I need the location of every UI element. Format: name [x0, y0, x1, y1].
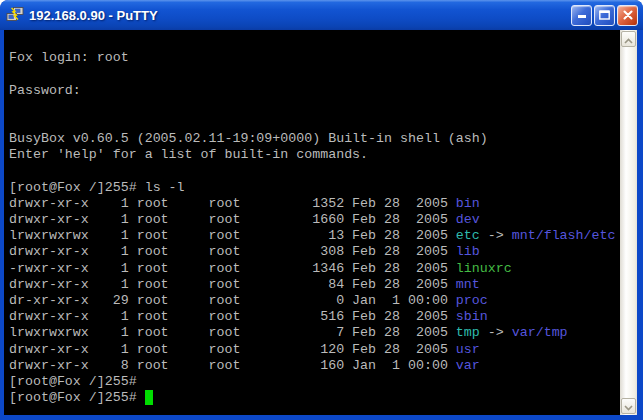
terminal-line: lrwxrwxrwx 1 root root 7 Feb 28 2005 tmp…	[9, 325, 620, 341]
scrollbar[interactable]	[620, 30, 637, 415]
terminal-text: drwxr-xr-x 1 root root 84 Feb 28 2005	[9, 277, 456, 292]
terminal-text: -rwxr-xr-x 1 root root 1346 Feb 28 2005	[9, 261, 456, 276]
terminal-line	[9, 66, 620, 82]
close-icon	[623, 6, 633, 24]
scroll-down-button[interactable]	[621, 398, 636, 414]
close-button[interactable]	[617, 5, 638, 26]
terminal-text-exec: linuxrc	[456, 261, 512, 276]
terminal-text: dr-xr-xr-x 29 root root 0 Jan 1 00:00	[9, 293, 456, 308]
terminal-line: drwxr-xr-x 1 root root 1352 Feb 28 2005 …	[9, 196, 620, 212]
terminal-text-dir: mnt/flash/etc	[512, 228, 616, 243]
chevron-up-icon	[624, 30, 633, 48]
minimize-icon	[578, 4, 586, 22]
terminal-text: Fox login: root	[9, 50, 129, 65]
terminal-line: BusyBox v0.60.5 (2005.02.11-19:09+0000) …	[9, 131, 620, 147]
terminal-text-dir: mnt	[456, 277, 480, 292]
terminal-line: Fox login: root	[9, 50, 620, 66]
terminal-line	[9, 115, 620, 131]
terminal-text: lrwxrwxrwx 1 root root 13 Feb 28 2005	[9, 228, 456, 243]
maximize-icon	[599, 6, 610, 24]
terminal-line: drwxr-xr-x 1 root root 84 Feb 28 2005 mn…	[9, 277, 620, 293]
terminal-line: drwxr-xr-x 1 root root 120 Feb 28 2005 u…	[9, 342, 620, 358]
terminal-line: [root@Fox /]255#	[9, 390, 620, 406]
terminal-text-link: tmp	[456, 325, 480, 340]
terminal-line: dr-xr-xr-x 29 root root 0 Jan 1 00:00 pr…	[9, 293, 620, 309]
terminal-line: Enter 'help' for a list of built-in comm…	[9, 147, 620, 163]
terminal-text: drwxr-xr-x 1 root root 516 Feb 28 2005	[9, 309, 456, 324]
titlebar[interactable]: 192.168.0.90 - PuTTY	[0, 0, 643, 30]
terminal-text-dir: bin	[456, 196, 480, 211]
terminal-line: lrwxrwxrwx 1 root root 13 Feb 28 2005 et…	[9, 228, 620, 244]
terminal-line: drwxr-xr-x 1 root root 1660 Feb 28 2005 …	[9, 212, 620, 228]
terminal-text-dir: var	[456, 358, 480, 373]
terminal-line: -rwxr-xr-x 1 root root 1346 Feb 28 2005 …	[9, 261, 620, 277]
terminal-text: drwxr-xr-x 1 root root 1660 Feb 28 2005	[9, 212, 456, 227]
window-controls	[571, 5, 638, 26]
terminal-text: drwxr-xr-x 1 root root 308 Feb 28 2005	[9, 244, 456, 259]
terminal-text: drwxr-xr-x 1 root root 120 Feb 28 2005	[9, 342, 456, 357]
terminal-text: [root@Fox /]255#	[9, 374, 137, 389]
terminal-text-dir: var/tmp	[512, 325, 568, 340]
putty-app-icon	[6, 7, 24, 23]
scroll-up-button[interactable]	[621, 31, 636, 47]
terminal-text: drwxr-xr-x 1 root root 1352 Feb 28 2005	[9, 196, 456, 211]
terminal-text: ->	[480, 325, 512, 340]
terminal-text: lrwxrwxrwx 1 root root 7 Feb 28 2005	[9, 325, 456, 340]
terminal-text: BusyBox v0.60.5 (2005.02.11-19:09+0000) …	[9, 131, 488, 146]
terminal-text: ->	[480, 228, 512, 243]
terminal-line: drwxr-xr-x 8 root root 160 Jan 1 00:00 v…	[9, 358, 620, 374]
terminal-line: [root@Fox /]255#	[9, 374, 620, 390]
scrollbar-track[interactable]	[620, 48, 637, 397]
window-title: 192.168.0.90 - PuTTY	[29, 8, 571, 23]
maximize-button[interactable]	[594, 5, 615, 26]
terminal-text: [root@Fox /]255#	[9, 390, 145, 405]
minimize-button[interactable]	[571, 5, 592, 26]
terminal-line: drwxr-xr-x 1 root root 516 Feb 28 2005 s…	[9, 309, 620, 325]
terminal-text-dir: lib	[456, 244, 480, 259]
terminal-text: [root@Fox /]255# ls -l	[9, 180, 185, 195]
window-frame: Fox login: root Password: BusyBox v0.60.…	[0, 30, 643, 420]
terminal-line: drwxr-xr-x 1 root root 308 Feb 28 2005 l…	[9, 244, 620, 260]
terminal-text-dir: proc	[456, 293, 488, 308]
terminal-text: drwxr-xr-x 8 root root 160 Jan 1 00:00	[9, 358, 456, 373]
chevron-down-icon	[624, 397, 633, 415]
terminal-text-dir: usr	[456, 342, 480, 357]
terminal-screen[interactable]: Fox login: root Password: BusyBox v0.60.…	[4, 30, 620, 415]
terminal-text: Password:	[9, 83, 81, 98]
terminal-line	[9, 34, 620, 50]
terminal-text-dir: sbin	[456, 309, 488, 324]
terminal-text: Enter 'help' for a list of built-in comm…	[9, 147, 368, 162]
terminal-line: Password:	[9, 83, 620, 99]
terminal-text-link: etc	[456, 228, 480, 243]
terminal-line: [root@Fox /]255# ls -l	[9, 180, 620, 196]
terminal-text-dir: dev	[456, 212, 480, 227]
terminal-line	[9, 164, 620, 180]
putty-window: 192.168.0.90 - PuTTY	[0, 0, 643, 420]
terminal-line	[9, 99, 620, 115]
terminal-cursor	[145, 390, 153, 405]
